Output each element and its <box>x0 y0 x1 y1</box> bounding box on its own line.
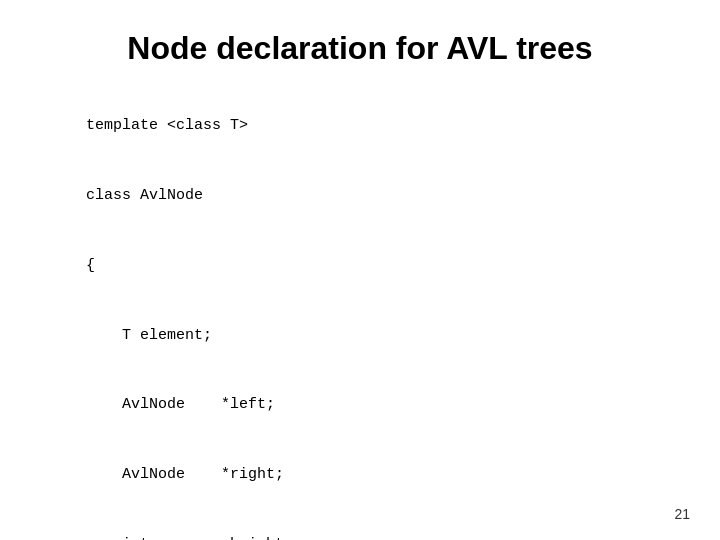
slide-title: Node declaration for AVL trees <box>40 30 680 67</box>
slide-container: Node declaration for AVL trees template … <box>0 0 720 540</box>
code-line-1: template <class T> <box>86 117 248 134</box>
code-line-4: T element; <box>86 327 212 344</box>
code-line-7: int height; <box>86 536 293 540</box>
code-line-3: { <box>86 257 95 274</box>
code-block: template <class T> class AvlNode { T ele… <box>50 91 680 540</box>
code-line-6: AvlNode *right; <box>86 466 284 483</box>
page-number: 21 <box>674 506 690 522</box>
code-line-5: AvlNode *left; <box>86 396 275 413</box>
code-line-2: class AvlNode <box>86 187 203 204</box>
